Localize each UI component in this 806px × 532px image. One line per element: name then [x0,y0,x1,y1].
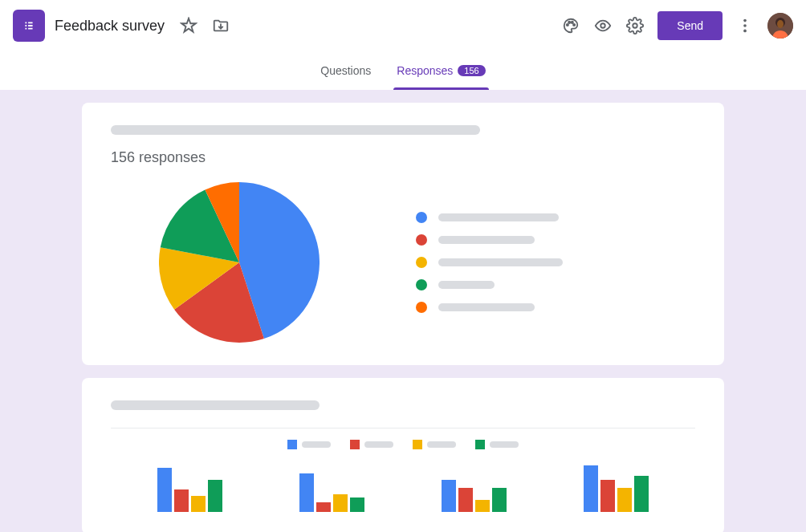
legend-item [416,279,563,290]
bar [600,480,615,512]
tab-responses[interactable]: Responses 156 [384,51,498,90]
svg-point-11 [777,20,784,28]
bar-group [299,473,364,512]
bar-legend-item [475,440,519,449]
legend-dot [416,234,427,246]
header: Feedback survey Send [0,0,806,51]
summary-card-pie: 156 responses [82,103,724,365]
pie-legend [416,212,563,313]
tab-responses-label: Responses [397,64,453,77]
svg-point-5 [633,23,638,28]
summary-card-bar [82,378,724,532]
legend-swatch [287,440,297,449]
bar-group [584,465,649,512]
svg-point-4 [601,23,606,28]
legend-swatch [413,440,422,449]
svg-point-0 [567,24,568,26]
bar [442,480,456,512]
bar-group [157,468,222,512]
legend-label-placeholder [438,258,563,266]
legend-item [416,234,563,246]
legend-swatch [350,440,360,449]
bar [458,488,473,512]
star-icon[interactable] [173,10,205,42]
legend-label-placeholder [438,281,495,289]
avatar[interactable] [767,13,793,39]
legend-label-placeholder [490,441,519,448]
bar [492,488,507,512]
divider [111,428,695,428]
bar-legend-item [350,440,393,449]
palette-icon[interactable] [555,10,587,42]
legend-label-placeholder [438,213,559,221]
legend-label-placeholder [438,236,535,244]
legend-item [416,212,563,223]
bar-group [442,480,507,512]
move-to-folder-icon[interactable] [205,10,237,42]
legend-item [416,257,563,268]
bar [157,468,172,512]
question-title-placeholder [111,400,320,410]
legend-label-placeholder [364,441,393,448]
bar [634,476,649,512]
legend-label-placeholder [427,441,456,448]
more-icon[interactable] [729,10,761,42]
bar [333,494,348,512]
legend-dot [416,279,427,290]
legend-dot [416,212,427,223]
send-button[interactable]: Send [657,11,723,40]
svg-point-8 [743,30,747,33]
bar [350,497,364,512]
responses-badge: 156 [458,65,485,76]
question-title-placeholder [111,125,480,135]
bar [191,496,206,512]
preview-icon[interactable] [587,10,619,42]
legend-item [416,302,563,313]
bar-legend-item [287,440,331,449]
svg-point-3 [573,24,575,26]
bar [174,489,189,512]
bar [208,480,222,512]
responses-count: 156 responses [111,149,695,166]
bar [617,488,632,512]
tab-questions[interactable]: Questions [307,51,384,90]
tabs: Questions Responses 156 [0,51,806,90]
legend-swatch [475,440,485,449]
bar [475,500,490,512]
forms-logo[interactable] [13,10,45,42]
bar [584,465,598,512]
svg-point-6 [743,19,747,22]
pie-chart [159,182,320,343]
legend-dot [416,257,427,268]
content: 156 responses [0,90,806,532]
svg-point-7 [743,24,747,27]
settings-icon[interactable] [619,10,651,42]
bar-legend-item [413,440,456,449]
bar [299,473,314,512]
svg-point-2 [572,22,573,23]
legend-dot [416,302,427,313]
bar-chart [111,464,695,512]
legend-label-placeholder [302,441,331,448]
bar [316,502,331,512]
svg-point-1 [568,22,570,23]
document-title[interactable]: Feedback survey [55,18,165,35]
bar-legend [111,440,695,449]
legend-label-placeholder [438,303,535,311]
